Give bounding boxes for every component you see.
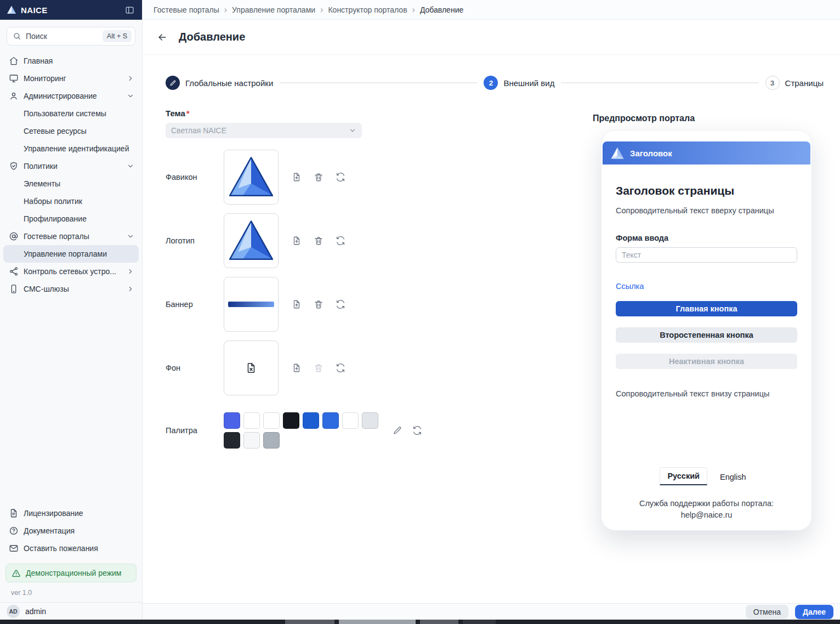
refresh-button[interactable]: [336, 236, 345, 246]
sidebar-item-profiling[interactable]: Профилирование: [3, 210, 139, 228]
delete-button[interactable]: [314, 236, 323, 246]
brand-logo-icon: [7, 5, 16, 14]
preview-support-text: Служба поддержки работы портала: help@na…: [601, 498, 811, 521]
sidebar-item-administration[interactable]: Администрирование: [3, 87, 139, 105]
sidebar-search[interactable]: Alt + S: [7, 27, 135, 46]
sidebar-item-network-resources[interactable]: Сетевые ресурсы: [3, 122, 139, 140]
breadcrumb-item[interactable]: Конструктор порталов: [328, 5, 407, 14]
edit-palette-button[interactable]: [393, 426, 402, 435]
portal-icon: [9, 231, 19, 241]
sidebar-item-portal-management[interactable]: Управление порталами: [3, 245, 139, 263]
cancel-button[interactable]: Отмена: [746, 605, 788, 619]
sidebar-item-guest-portals[interactable]: Гостевые порталы: [3, 228, 139, 245]
palette-swatch[interactable]: [243, 412, 260, 429]
back-button[interactable]: [155, 30, 170, 45]
footer-action-bar: Отмена Далее: [143, 603, 840, 620]
mail-icon: [9, 543, 19, 553]
breadcrumb-item[interactable]: Управление порталами: [232, 5, 315, 14]
search-icon: [13, 32, 21, 41]
palette-swatch[interactable]: [224, 412, 240, 429]
sidebar-item-licensing[interactable]: Лицензирование: [3, 504, 139, 522]
sidebar-item-label: Администрирование: [24, 92, 97, 100]
palette-swatch[interactable]: [322, 412, 339, 429]
sidebar-item-label: Профилирование: [24, 214, 87, 223]
sidebar-item-identity-management[interactable]: Управление идентификацией: [3, 140, 139, 157]
palette-swatch[interactable]: [303, 412, 319, 429]
palette-swatch[interactable]: [362, 412, 378, 429]
sidebar-item-elements[interactable]: Элементы: [3, 175, 139, 192]
tab-russian[interactable]: Русский: [660, 467, 707, 485]
sidebar-item-feedback[interactable]: Оставить пожелания: [3, 540, 139, 557]
refresh-button[interactable]: [336, 299, 345, 309]
sidebar-item-sms-gateways[interactable]: СМС-шлюзы: [3, 280, 139, 298]
palette-swatch[interactable]: [243, 432, 260, 449]
demo-mode-label: Демонстрационный режим: [26, 569, 121, 577]
preview-text-input[interactable]: [616, 247, 797, 263]
sidebar-item-label: Элементы: [24, 179, 60, 188]
step-2-circle: 2: [484, 76, 498, 90]
refresh-button[interactable]: [336, 363, 345, 373]
sidebar-item-policy-sets[interactable]: Наборы политик: [3, 192, 139, 210]
breadcrumb-item[interactable]: Гостевые порталы: [154, 5, 219, 14]
banner-preview[interactable]: [224, 277, 279, 332]
stepper-connector: [561, 82, 758, 83]
sidebar-item-home[interactable]: Главная: [3, 52, 139, 70]
upload-file-button[interactable]: [292, 236, 302, 246]
delete-button-disabled: [314, 363, 323, 373]
theme-select[interactable]: Светлая NAICE: [166, 123, 362, 138]
sidebar-collapse-icon: [125, 5, 134, 15]
chevron-down-icon: [127, 162, 134, 170]
breadcrumb-separator: ›: [320, 5, 323, 14]
step-appearance[interactable]: 2 Внешний вид: [484, 76, 554, 90]
next-button[interactable]: Далее: [795, 605, 833, 619]
reset-palette-button[interactable]: [412, 426, 422, 435]
chevron-right-icon: [127, 75, 134, 82]
background-preview-empty[interactable]: [224, 341, 279, 395]
palette-row-2: [224, 432, 378, 449]
delete-button[interactable]: [314, 299, 323, 309]
upload-file-button[interactable]: [292, 172, 302, 182]
palette-swatch[interactable]: [283, 412, 299, 429]
sidebar-item-label: Главная: [24, 56, 53, 65]
user-row[interactable]: AD admin: [0, 602, 142, 620]
sidebar-item-policies[interactable]: Политики: [3, 157, 139, 175]
sidebar-collapse-button[interactable]: [124, 4, 135, 16]
sidebar-item-system-users[interactable]: Пользователи системы: [3, 105, 139, 122]
upload-file-button[interactable]: [292, 363, 302, 373]
sidebar-item-monitoring[interactable]: Мониторинг: [3, 70, 139, 87]
palette-swatch[interactable]: [342, 412, 359, 429]
palette-swatch[interactable]: [224, 432, 240, 449]
upload-file-icon: [292, 236, 302, 246]
banner-gradient: [228, 302, 274, 307]
step-label: Глобальные настройки: [185, 78, 273, 88]
step-pages[interactable]: 3 Страницы: [765, 76, 824, 90]
background-actions: [292, 363, 345, 373]
trash-icon: [314, 172, 323, 182]
palette-swatch[interactable]: [263, 412, 280, 429]
upload-file-button[interactable]: [292, 299, 302, 309]
logo-preview[interactable]: [224, 213, 279, 268]
step-global-settings[interactable]: Глобальные настройки: [166, 76, 273, 90]
portal-builder-app: NAICE Alt + S Главная Мониторинг Админис: [0, 0, 840, 624]
refresh-button[interactable]: [336, 172, 345, 182]
background-row: Фон: [166, 341, 527, 395]
favicon-preview[interactable]: [224, 150, 279, 205]
palette-swatch[interactable]: [263, 432, 280, 449]
theme-label-text: Тема: [166, 109, 185, 118]
preview-primary-button[interactable]: Главная кнопка: [616, 301, 797, 316]
delete-button[interactable]: [314, 172, 323, 182]
tab-english[interactable]: English: [713, 469, 753, 485]
sidebar-item-label: Наборы политик: [24, 197, 82, 206]
theme-select-value: Светлая NAICE: [171, 126, 226, 135]
preview-secondary-button[interactable]: Второстепенная кнопка: [616, 327, 797, 343]
sidebar-item-label: Сетевые ресурсы: [24, 127, 87, 135]
content: Глобальные настройки 2 Внешний вид 3 Стр…: [143, 55, 840, 620]
smartphone-icon: [9, 284, 19, 294]
portal-preview-panel: Предпросмотр портала Заголовок Заголовок…: [593, 114, 828, 531]
trash-icon: [314, 236, 323, 246]
preview-link[interactable]: Ссылка: [616, 282, 644, 291]
search-input[interactable]: [26, 32, 98, 41]
sidebar-item-documentation[interactable]: Документация: [3, 522, 139, 540]
sidebar-item-network-device-control[interactable]: Контроль сетевых устро...: [3, 263, 139, 280]
titlebar: Добавление: [143, 20, 840, 55]
